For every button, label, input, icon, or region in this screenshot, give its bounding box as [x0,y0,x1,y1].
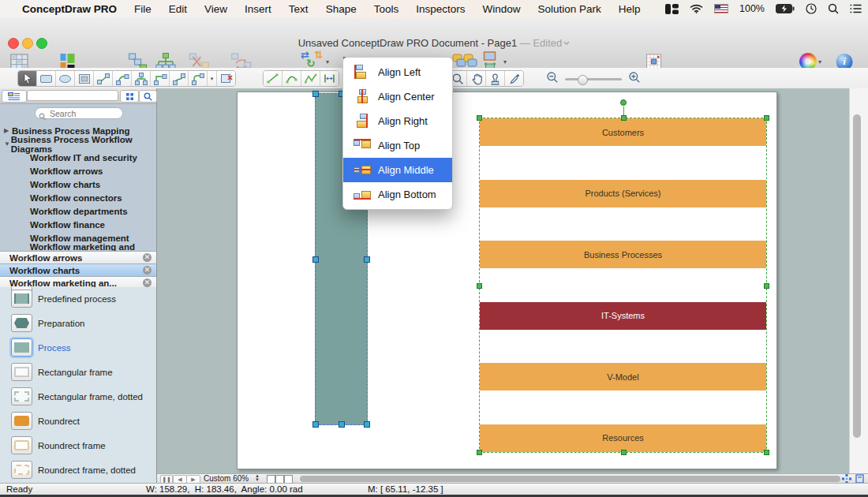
grid-view-button[interactable] [120,90,139,103]
vertical-scrollbar[interactable] [849,88,868,473]
line-tool[interactable] [264,71,282,86]
align-menu-item[interactable]: Align Center [343,84,452,109]
library-view-button[interactable] [2,90,27,103]
battery-charging-icon[interactable] [776,4,795,13]
polyline-tool[interactable] [301,71,320,86]
pan-tool[interactable] [467,71,486,86]
menu-inspectors[interactable]: Inspectors [416,3,465,15]
dimension-tool[interactable] [320,71,339,86]
us-flag-icon[interactable] [714,4,728,13]
tree-item[interactable]: Business Process Workflow Diagrams [0,137,156,151]
tree-item[interactable]: Workflow charts [0,178,156,191]
close-tab-icon[interactable]: ✕ [143,266,152,275]
sidebar-search-button[interactable] [139,90,157,103]
zoom-slider-knob[interactable] [578,75,588,85]
menu-window[interactable]: Window [482,3,520,15]
tree-item[interactable]: Workflow connectors [0,191,156,204]
menu-edit[interactable]: Edit [169,3,187,15]
stamp-tool[interactable] [486,71,505,86]
disclosure-triangle-icon[interactable] [4,140,11,148]
selection-handle-sw[interactable] [477,450,482,455]
shape-list-item[interactable]: Predefined process [0,287,156,312]
shape-handle-s[interactable] [339,421,345,428]
zoom-level-value[interactable]: Custom 60% [204,474,249,483]
shape-list-item[interactable]: Roundrect frame [0,434,156,458]
selection-handle-se[interactable] [764,450,769,455]
rectangle-tool[interactable] [37,71,56,86]
shape-handle-nw[interactable] [312,91,319,97]
library-tab[interactable]: Workflow charts ✕ [0,263,156,276]
zoom-slider[interactable] [565,78,622,80]
diagram-selection[interactable]: Customers Products (Services) Business P… [479,118,767,453]
arc-tool[interactable] [282,71,301,86]
diagram-bar[interactable]: IT-Systems [480,302,766,330]
shape-list-item[interactable]: Rectangular frame [0,361,156,385]
tree-item[interactable]: Workflow finance [0,218,156,231]
align-menu-item[interactable]: Align Right [343,109,452,133]
shape-list-item[interactable]: Roundrect frame, dotted [0,458,156,483]
tree-item[interactable]: Workflow marketing and sales [0,245,156,251]
shape-handle-sw[interactable] [312,421,319,428]
rotation-handle[interactable] [620,99,627,106]
align-menu-item[interactable]: Align Left [343,60,452,84]
tree-item[interactable]: Workflow departments [0,204,156,218]
app-menu[interactable]: ConceptDraw PRO [22,3,117,15]
selection-handle-w[interactable] [477,283,482,289]
close-tab-icon[interactable]: ✕ [143,278,152,287]
tree-connector-tool[interactable] [132,71,151,86]
round-connector-tool[interactable] [189,71,208,86]
selection-handle-nw[interactable] [477,115,482,121]
list-icon[interactable] [850,4,862,13]
direct-connector-tool[interactable] [94,71,113,86]
shape-list-item[interactable]: Preparation [0,312,156,336]
menu-shape[interactable]: Shape [326,3,357,15]
connector-options-caret[interactable]: ▾ [208,71,217,86]
selection-handle-e[interactable] [764,283,769,289]
diagram-bar[interactable]: Customers [480,118,766,146]
menu-solution-park[interactable]: Solution Park [537,3,600,15]
shape-handle-se[interactable] [364,421,370,428]
diagram-bar[interactable]: V-Model [480,363,766,390]
zoom-out-icon[interactable] [546,71,559,87]
elbow-connector-tool[interactable] [151,71,170,86]
vertical-scrollbar-thumb[interactable] [853,114,861,438]
library-tab[interactable]: Workflow arrows ✕ [0,251,156,263]
frame-tool[interactable] [75,71,94,86]
close-tab-icon[interactable]: ✕ [143,253,152,262]
clock-icon[interactable] [806,3,817,14]
search-input[interactable] [35,107,123,119]
zoom-stepper[interactable]: ▲▼ [255,474,260,482]
shape-list-item[interactable]: Process [0,336,156,361]
chevron-down-icon[interactable] [563,36,570,43]
pointer-tool[interactable] [18,71,37,86]
diagram-bar[interactable]: Resources [480,424,766,452]
library-path-field[interactable] [27,90,118,101]
menu-tools[interactable]: Tools [374,3,399,15]
align-menu-item[interactable]: Align Middle [343,158,452,182]
shape-handle-w[interactable] [312,256,319,263]
delete-shape-tool[interactable] [217,71,235,86]
menu-help[interactable]: Help [619,3,641,15]
arc-connector-tool[interactable] [113,71,132,86]
tree-item[interactable]: Workflow arrows [0,164,156,178]
ellipse-tool[interactable] [56,71,75,86]
window-tiles-icon[interactable] [665,4,679,14]
diagram-bar[interactable]: Products (Services) [480,180,766,207]
horizontal-scrollbar[interactable] [297,475,840,482]
shape-list-item[interactable]: Rectangular frame, dotted [0,385,156,409]
disclosure-triangle-icon[interactable] [4,127,12,134]
menu-file[interactable]: File [134,3,152,15]
zoom-in-icon[interactable] [628,71,641,87]
selection-handle-ne[interactable] [764,115,769,121]
menu-insert[interactable]: Insert [245,3,271,15]
shape-list-item[interactable]: Roundrect [0,409,156,434]
menu-view[interactable]: View [204,3,227,15]
selection-handle-s[interactable] [621,450,627,455]
shape-handle-e[interactable] [364,256,370,263]
curve-connector-tool[interactable] [170,71,189,86]
align-menu-item[interactable]: Align Top [343,133,452,158]
wifi-icon[interactable] [690,4,703,13]
search-icon[interactable] [828,3,839,14]
eyedropper-tool[interactable] [505,71,523,86]
diagram-bar[interactable]: Business Processes [480,241,766,268]
